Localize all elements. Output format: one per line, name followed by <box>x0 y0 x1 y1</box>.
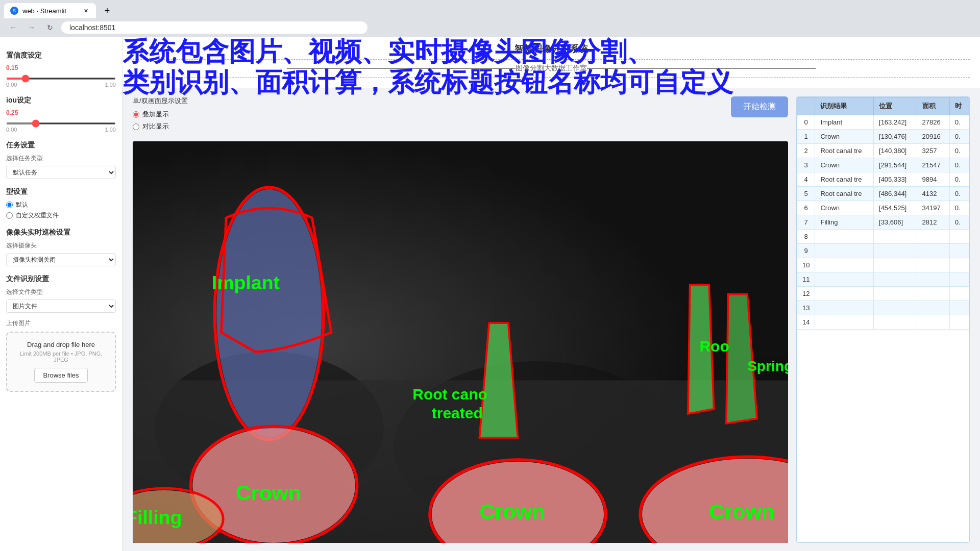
cell-position: [486,344] <box>874 187 917 201</box>
iou-max: 1.00 <box>105 127 116 133</box>
cell-area: 34197 <box>917 201 949 215</box>
upload-area[interactable]: Drag and drop file here Limit 200MB per … <box>6 332 116 392</box>
cell-extra: 0. <box>949 201 969 215</box>
file-section-title: 文件识别设置 <box>6 274 116 284</box>
compare-label: 对比显示 <box>142 122 169 131</box>
cell-label <box>815 258 874 272</box>
cell-extra <box>949 272 969 287</box>
drag-drop-text: Drag and drop file here <box>13 341 109 348</box>
col-index <box>797 97 815 115</box>
tab-close-button[interactable]: ✕ <box>82 7 90 15</box>
table-row: 2 Root canal tre [140,380] 3257 0. <box>797 144 969 158</box>
cell-index: 13 <box>797 301 815 315</box>
iou-slider[interactable] <box>6 122 116 124</box>
forward-button[interactable]: → <box>24 20 39 35</box>
cell-index: 3 <box>797 158 815 172</box>
url-text: localhost:8501 <box>69 23 115 32</box>
camera-section-title: 像像头实时巡检设置 <box>6 228 116 237</box>
cell-label: Root canal tre <box>815 144 874 158</box>
cell-label <box>815 244 874 258</box>
cell-index: 11 <box>797 272 815 287</box>
cell-position: [33,606] <box>874 215 917 230</box>
model-custom-option[interactable]: 自定义权重文件 <box>6 211 116 220</box>
camera-select-label: 选择摄像头 <box>6 241 116 250</box>
cell-position <box>874 301 917 315</box>
active-tab[interactable]: S web · Streamlit ✕ <box>4 3 96 18</box>
upload-label: 上传图片 <box>6 319 116 328</box>
new-tab-button[interactable]: + <box>100 4 114 18</box>
table-row: 10 <box>797 258 969 272</box>
table-row: 5 Root canal tre [486,344] 4132 0. <box>797 187 969 201</box>
task-type-select[interactable]: 默认任务 <box>6 166 116 179</box>
svg-text:Spring: Spring <box>747 358 788 374</box>
cell-extra: 0. <box>949 187 969 201</box>
overlay-option[interactable]: 叠加显示 <box>133 110 188 119</box>
cell-index: 8 <box>797 230 815 244</box>
start-detection-button[interactable]: 开始检测 <box>731 96 788 117</box>
cell-label: Root canal tre <box>815 172 874 187</box>
settings-row: 单/双画面显示设置 叠加显示 对比显示 开始检测 <box>133 96 788 137</box>
cell-area: 20916 <box>917 130 949 144</box>
cell-extra <box>949 301 969 315</box>
cell-area: 4132 <box>917 187 949 201</box>
table-row: 9 <box>797 244 969 258</box>
cell-label <box>815 230 874 244</box>
cell-area <box>917 258 949 272</box>
cell-area: 21547 <box>917 158 949 172</box>
table-row: 11 <box>797 272 969 287</box>
svg-text:Filling: Filling <box>133 507 182 528</box>
file-type-select[interactable]: 图片文件 <box>6 299 116 313</box>
compare-radio[interactable] <box>133 123 139 130</box>
cell-area <box>917 315 949 330</box>
table-row: 12 <box>797 287 969 301</box>
cell-label: Filling <box>815 215 874 230</box>
cell-extra <box>949 287 969 301</box>
confidence-value: 0.15 <box>6 64 18 71</box>
overlay-radio[interactable] <box>133 111 139 118</box>
model-custom-radio[interactable] <box>6 212 13 219</box>
cell-label: Implant <box>815 115 874 130</box>
table-row: 8 <box>797 230 969 244</box>
page-title: 智慧图像分割系统 <box>133 43 970 55</box>
refresh-button[interactable]: ↻ <box>43 20 57 35</box>
cell-area: 3257 <box>917 144 949 158</box>
workspace-label: ————————————————————————————————图像分割大数据工… <box>133 64 970 73</box>
model-default-radio[interactable] <box>6 202 13 208</box>
cell-index: 4 <box>797 172 815 187</box>
confidence-min: 0.00 <box>6 82 17 88</box>
compare-option[interactable]: 对比显示 <box>133 122 188 131</box>
svg-text:Crown: Crown <box>709 500 774 523</box>
cell-area <box>917 230 949 244</box>
col-extra: 时 <box>949 97 969 115</box>
svg-text:Root cano: Root cano <box>412 386 487 403</box>
cell-area <box>917 301 949 315</box>
model-default-option[interactable]: 默认 <box>6 201 116 209</box>
cell-position: [291,544] <box>874 158 917 172</box>
back-button[interactable]: ← <box>6 20 20 35</box>
main-content: 智慧图像分割系统 ———————————————————————————————… <box>122 37 980 551</box>
cell-index: 10 <box>797 258 815 272</box>
sidebar: 置信度设定 0.15 0.00 1.00 iou设定 0.25 0.00 1.0… <box>0 37 122 551</box>
cell-index: 1 <box>797 130 815 144</box>
cell-area: 9894 <box>917 172 949 187</box>
task-section-title: 任务设置 <box>6 141 116 150</box>
table-row: 6 Crown [454,525] 34197 0. <box>797 201 969 215</box>
confidence-max: 1.00 <box>105 82 116 88</box>
table-row: 13 <box>797 301 969 315</box>
confidence-slider-container: 0.15 0.00 1.00 <box>6 64 116 88</box>
confidence-slider[interactable] <box>6 78 116 80</box>
svg-text:Roo: Roo <box>699 338 729 355</box>
cell-position: [163,242] <box>874 115 917 130</box>
camera-select[interactable]: 摄像头检测关闭 <box>6 253 116 266</box>
cell-extra: 0. <box>949 130 969 144</box>
file-limit-text: Limit 200MB per file • JPG, PNG, JPEG <box>13 350 109 363</box>
display-settings: 单/双画面显示设置 叠加显示 对比显示 <box>133 96 188 131</box>
cell-label <box>815 272 874 287</box>
browser-chrome: S web · Streamlit ✕ + ← → ↻ localhost:85… <box>0 0 980 37</box>
browse-files-button[interactable]: Browse files <box>34 368 87 383</box>
model-radio-group: 默认 自定义权重文件 <box>6 201 116 220</box>
url-box[interactable]: localhost:8501 <box>61 21 368 34</box>
cell-position: [140,380] <box>874 144 917 158</box>
cell-index: 9 <box>797 244 815 258</box>
cell-label <box>815 287 874 301</box>
